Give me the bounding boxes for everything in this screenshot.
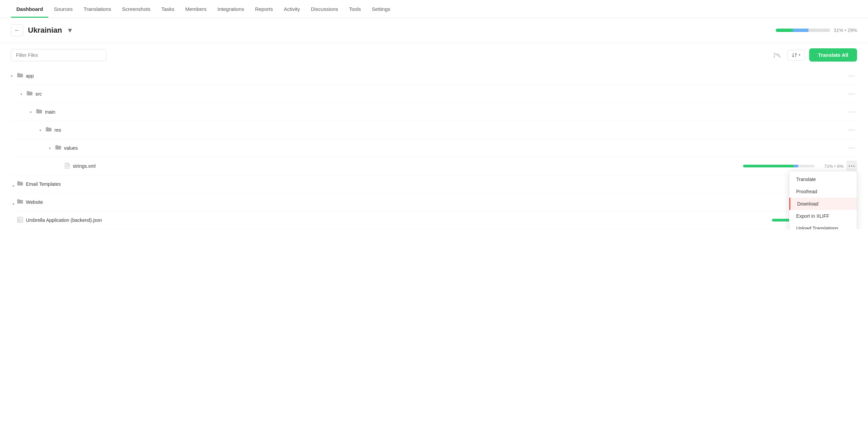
folder-icon-app: [17, 72, 23, 79]
top-navigation: DashboardSourcesTranslationsScreenshotsT…: [0, 0, 868, 18]
back-button[interactable]: ←: [11, 24, 23, 36]
dropdown-item-download[interactable]: Download: [789, 198, 857, 210]
item-name-src: src: [35, 91, 843, 97]
chevron-res[interactable]: ▾: [39, 128, 44, 132]
tree-row-src: ▾src: [11, 85, 857, 103]
item-name-umbrella-app: Umbrella Application (backend).json: [26, 217, 772, 223]
tree-row-values: ▾values: [11, 139, 857, 157]
nav-item-reports[interactable]: Reports: [250, 0, 278, 18]
chevron-app[interactable]: ▾: [11, 74, 16, 78]
svg-point-6: [849, 112, 850, 113]
dropdown-item-proofread[interactable]: Proofread: [789, 185, 857, 198]
dropdown-item-export-in-xliff[interactable]: Export in XLIFF: [789, 210, 857, 222]
nav-item-tasks[interactable]: Tasks: [156, 0, 180, 18]
chevron-values[interactable]: ▾: [49, 146, 54, 150]
item-name-app: app: [26, 73, 843, 79]
nav-item-sources[interactable]: Sources: [48, 0, 78, 18]
more-button-main[interactable]: [846, 107, 857, 117]
row-progress-strings-xml: 71% • 6%: [743, 164, 843, 169]
filter-input[interactable]: [11, 49, 106, 61]
sort-button[interactable]: ▾: [787, 50, 805, 61]
tree-row-website: ▾Website: [11, 193, 857, 211]
eye-off-icon: [773, 52, 781, 58]
header-progress-green: [776, 29, 793, 32]
more-button-src[interactable]: [846, 88, 857, 99]
file-icon-strings-xml: [65, 163, 70, 170]
item-name-main: main: [45, 109, 843, 115]
sort-dropdown-icon: ▾: [799, 53, 801, 57]
nav-item-integrations[interactable]: Integrations: [212, 0, 250, 18]
dropdown-item-translate[interactable]: Translate: [789, 173, 857, 185]
svg-point-10: [851, 130, 852, 131]
header-progress-blue: [793, 29, 808, 32]
item-name-values: values: [64, 145, 843, 151]
svg-point-12: [849, 148, 850, 149]
folder-icon-src: [27, 91, 33, 97]
fp-green-strings-xml: [743, 165, 794, 167]
svg-point-0: [849, 76, 850, 77]
svg-point-9: [849, 130, 850, 131]
svg-point-3: [849, 94, 850, 95]
svg-point-2: [854, 76, 855, 77]
page-title: Ukrainian: [28, 26, 62, 35]
nav-item-tools[interactable]: Tools: [343, 0, 366, 18]
svg-point-4: [851, 94, 852, 95]
nav-item-activity[interactable]: Activity: [278, 0, 306, 18]
tree-row-app: ▾app: [11, 67, 857, 85]
nav-item-members[interactable]: Members: [180, 0, 212, 18]
item-name-website: Website: [26, 199, 843, 205]
nav-item-discussions[interactable]: Discussions: [305, 0, 343, 18]
hide-icon-button[interactable]: [771, 49, 783, 61]
translate-all-button[interactable]: Translate All: [809, 48, 857, 62]
nav-item-dashboard[interactable]: Dashboard: [11, 0, 48, 18]
progress-label-strings-xml: 71% • 6%: [818, 164, 843, 169]
more-button-res[interactable]: [846, 125, 857, 135]
svg-point-7: [851, 112, 852, 113]
dropdown-item-upload-translations[interactable]: Upload Translations: [789, 222, 857, 229]
svg-point-8: [854, 112, 855, 113]
toolbar: ▾ Translate All: [0, 43, 868, 67]
more-button-values[interactable]: [846, 143, 857, 153]
language-dropdown[interactable]: ▾: [68, 26, 72, 35]
tree-row-strings-xml: strings.xml71% • 6%TranslateProofreadDow…: [11, 157, 857, 175]
chevron-website[interactable]: ▾: [12, 200, 15, 204]
back-icon: ←: [14, 27, 20, 33]
page-header: ← Ukrainian ▾ 31% • 29%: [0, 18, 868, 43]
item-name-strings-xml: strings.xml: [73, 163, 743, 169]
file-tree: ▾app▾src▾main▾res▾valuesstrings.xml71% •…: [0, 67, 868, 229]
dropdown-menu-strings-xml: TranslateProofreadDownloadExport in XLIF…: [789, 171, 857, 229]
folder-icon-website: [17, 199, 23, 206]
chevron-main[interactable]: ▾: [30, 110, 35, 114]
chevron-src[interactable]: ▾: [20, 92, 25, 96]
svg-point-17: [849, 166, 850, 167]
tree-row-main: ▾main: [11, 103, 857, 121]
item-name-email-templates: Email Templates: [26, 181, 843, 187]
svg-text:{}: {}: [18, 219, 20, 222]
folder-icon-email-templates: [17, 181, 23, 187]
svg-point-19: [854, 166, 855, 167]
svg-rect-16: [66, 167, 68, 167]
file-json-icon-umbrella-app: {}: [17, 217, 23, 224]
fp-blue-strings-xml: [794, 165, 798, 167]
svg-point-18: [851, 166, 852, 167]
nav-item-translations[interactable]: Translations: [78, 0, 116, 18]
header-progress: 31% • 29%: [776, 28, 857, 33]
header-progress-text: 31% • 29%: [834, 28, 857, 33]
svg-rect-15: [66, 166, 69, 166]
folder-icon-main: [36, 109, 42, 115]
chevron-email-templates[interactable]: ▾: [12, 182, 15, 186]
more-button-app[interactable]: [846, 70, 857, 81]
folder-icon-res: [46, 127, 52, 133]
tree-row-umbrella-app: {}Umbrella Application (backend).json: [11, 211, 857, 229]
nav-item-screenshots[interactable]: Screenshots: [117, 0, 156, 18]
svg-point-5: [854, 94, 855, 95]
folder-icon-values: [55, 145, 61, 151]
more-button-strings-xml[interactable]: [846, 161, 857, 171]
sort-icon: [792, 52, 797, 58]
nav-item-settings[interactable]: Settings: [366, 0, 396, 18]
svg-point-14: [854, 148, 855, 149]
svg-point-1: [851, 76, 852, 77]
svg-point-11: [854, 130, 855, 131]
tree-row-email-templates: ▾Email Templates: [11, 175, 857, 193]
file-progress-bar-strings-xml: [743, 165, 815, 167]
